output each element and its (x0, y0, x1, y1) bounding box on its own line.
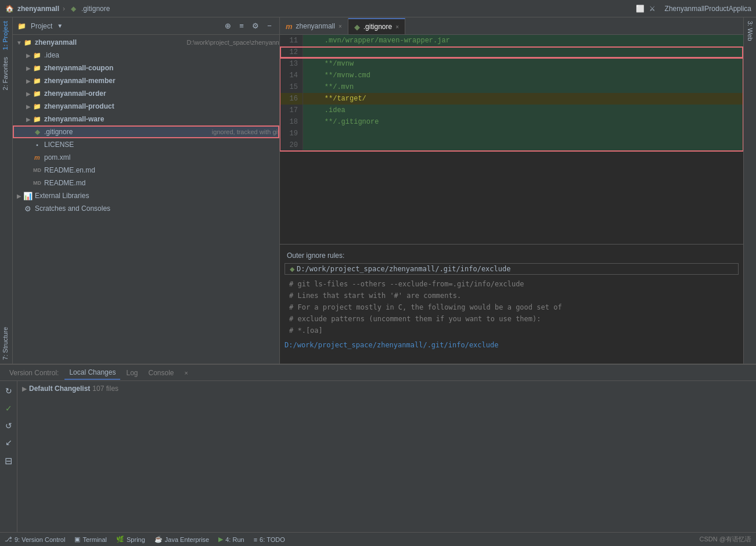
ignore-comment-4: # exclude patterns (uncomment them if yo… (289, 313, 734, 325)
vc-shelve-btn[interactable]: ⊟ (2, 454, 15, 467)
line-content-11[interactable]: .mvn/wrapper/maven-wrapper.jar (303, 35, 743, 46)
status-java-enterprise[interactable]: ☕ Java Enterprise (154, 536, 209, 543)
title-separator: › (63, 5, 65, 13)
tree-item-gitignore[interactable]: ◆ .gitignore ignored, tracked with git (13, 125, 279, 138)
folder-icon-product: 📁 (33, 102, 42, 111)
tree-item-ware[interactable]: ▶ 📁 zhenyanmall-ware (13, 113, 279, 125)
tab-label-zhenyanmall: zhenyanmall (296, 22, 335, 30)
tab-zhenyanmall[interactable]: m zhenyanmall × (280, 18, 348, 34)
gitignore-icon-title: ◆ (69, 4, 78, 13)
sidebar-right-web[interactable]: 3: Web (745, 17, 755, 45)
sidebar-item-project[interactable]: 1: Project (0, 17, 10, 53)
status-spring[interactable]: 🌿 Spring (116, 536, 145, 543)
vc-action-sidebar: ↻ ✓ ↺ ↗ ⊟ (0, 381, 17, 532)
tree-item-order[interactable]: ▶ 📁 zhenyanmall-order (13, 87, 279, 100)
code-editor: 11 .mvn/wrapper/maven-wrapper.jar 12 13 … (280, 35, 743, 244)
vc-refresh-btn[interactable]: ↻ (2, 385, 15, 397)
line-num-13: 13 (280, 58, 303, 70)
line-content-13[interactable]: **/mvnw (303, 58, 743, 70)
ignore-link[interactable]: D:/work/project_space/zhenyanmall/.git/i… (280, 339, 743, 351)
tree-item-idea[interactable]: ▶ 📁 .idea (13, 49, 279, 62)
locate-btn[interactable]: ⊕ (222, 21, 233, 31)
changelist-count: 107 files (92, 385, 118, 393)
tree-item-pom[interactable]: m pom.xml (13, 151, 279, 164)
status-terminal[interactable]: ▣ Terminal (74, 536, 107, 543)
line-content-15[interactable]: **/.mvn (303, 81, 743, 93)
ignore-comment-5: # *.[oa] (289, 325, 734, 336)
arrow-member: ▶ (24, 78, 33, 84)
ignore-comment-2: # Lines that start with '#' are comments… (289, 290, 734, 301)
ignore-code-block: # git ls-files --others --exclude-from=.… (280, 276, 743, 339)
status-run[interactable]: ▶ 4: Run (218, 536, 244, 543)
line-content-17[interactable]: .idea (303, 105, 743, 116)
settings-btn[interactable]: ⚔ (649, 5, 656, 13)
tree-label-pom: pom.xml (44, 153, 279, 161)
vc-tab-local-changes[interactable]: Local Changes (64, 366, 120, 380)
vc-tab-console[interactable]: Console (143, 367, 178, 379)
main-container: 1: Project 2: Favorites 7: Structure 📁 P… (0, 17, 756, 364)
vc-rollback-btn[interactable]: ↺ (2, 419, 15, 432)
status-bar: ⎇ 9: Version Control ▣ Terminal 🌿 Spring… (0, 532, 756, 546)
tree-label-license: LICENSE (44, 141, 279, 149)
vc-tab-log[interactable]: Log (121, 367, 142, 379)
tree-item-extlib[interactable]: ▶ 📊 External Libraries (13, 189, 279, 202)
status-run-label: 4: Run (225, 536, 244, 543)
line-content-12[interactable] (303, 46, 743, 58)
ignore-comment-1: # git ls-files --others --exclude-from=.… (289, 278, 734, 290)
run-icon: ▶ (218, 536, 223, 543)
java-enterprise-icon: ☕ (154, 536, 163, 543)
folder-icon-coupon: 📁 (33, 63, 42, 73)
collapse-all-btn[interactable]: ≡ (236, 21, 247, 31)
vc-changes-list: ▶ Default Changelist 107 files (17, 381, 756, 532)
code-line-17: 17 .idea (280, 105, 743, 116)
line-num-16: 16 (280, 93, 303, 105)
sidebar-item-structure[interactable]: 7: Structure (0, 304, 12, 364)
hide-panel-btn[interactable]: − (264, 21, 275, 31)
vc-tab-console-close[interactable]: × (180, 367, 193, 379)
tree-item-scratches[interactable]: ⚙ Scratches and Consoles (13, 202, 279, 215)
line-content-19[interactable] (303, 128, 743, 139)
changelist-label: Default Changelist (29, 385, 90, 393)
tab-close-zhenyanmall[interactable]: × (339, 23, 342, 30)
code-line-11: 11 .mvn/wrapper/maven-wrapper.jar (280, 35, 743, 46)
tree-item-coupon[interactable]: ▶ 📁 zhenyanmall-coupon (13, 62, 279, 74)
line-content-20[interactable] (303, 139, 743, 151)
folder-icon-ware: 📁 (33, 114, 42, 124)
line-content-14[interactable]: **/mvnw.cmd (303, 70, 743, 81)
minimize-btn[interactable]: ⬜ (636, 5, 645, 13)
arrow-ware: ▶ (24, 116, 33, 123)
status-todo[interactable]: ≡ 6: TODO (254, 536, 285, 543)
line-content-18[interactable]: **/.gitignore (303, 116, 743, 128)
vc-commit-btn[interactable]: ✓ (2, 402, 15, 415)
sidebar-item-favorites[interactable]: 2: Favorites (0, 53, 10, 94)
panel-title: Project (31, 22, 52, 30)
tabs-bar: m zhenyanmall × ◆ .gitignore × (280, 17, 743, 35)
folder-icon-header: 📁 (17, 22, 26, 30)
scratches-icon: ⚙ (23, 204, 33, 213)
tree-item-readme[interactable]: MD README.md (13, 177, 279, 189)
tree-label-ware: zhenyanmall-ware (44, 115, 279, 123)
vc-icon: ⎇ (5, 536, 12, 543)
panel-dropdown-icon[interactable]: ▼ (57, 23, 63, 29)
line-content-16[interactable]: **/target/ (303, 93, 743, 105)
tree-item-license[interactable]: ▪ LICENSE (13, 138, 279, 151)
license-icon: ▪ (33, 140, 42, 149)
tree-item-product[interactable]: ▶ 📁 zhenyanmall-product (13, 100, 279, 113)
arrow-idea: ▶ (24, 52, 33, 59)
folder-icon-order: 📁 (33, 89, 42, 98)
status-spring-label: Spring (127, 536, 145, 543)
folder-icon-root: 📁 (23, 38, 33, 47)
project-icon: 🏠 (5, 4, 14, 13)
tree-item-readme-en[interactable]: MD README.en.md (13, 164, 279, 177)
tree-item-member[interactable]: ▶ 📁 zhenyanmall-member (13, 74, 279, 87)
vc-update-btn[interactable]: ↗ (2, 437, 15, 450)
settings-panel-btn[interactable]: ⚙ (250, 21, 261, 31)
tab-gitignore[interactable]: ◆ .gitignore × (348, 18, 405, 34)
vc-default-changelist[interactable]: ▶ Default Changelist 107 files (22, 383, 751, 394)
tree-item-root[interactable]: ▼ 📁 zhenyanmall D:\work\project_space\zh… (13, 36, 279, 49)
tree-label-readme: README.md (44, 179, 279, 187)
status-version-control[interactable]: ⎇ 9: Version Control (5, 536, 65, 543)
title-bar-right: ⬜ ⚔ ZhenyanmallProductApplica (636, 5, 751, 13)
ignore-path-bar[interactable]: ◆ D:/work/project_space/zhenyanmall/.git… (285, 263, 739, 275)
tab-close-gitignore[interactable]: × (395, 24, 399, 30)
